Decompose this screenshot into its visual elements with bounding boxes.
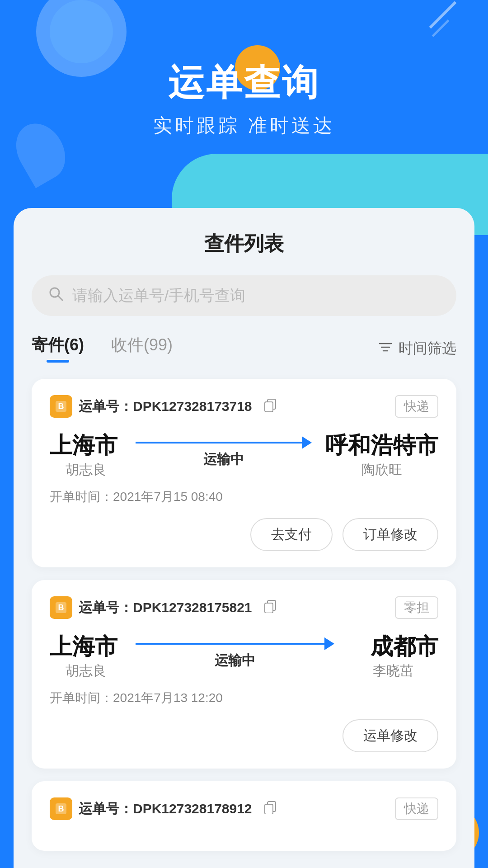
order-card-1: B 运单号：DPK127328173718 快递 上海市 胡志良 <box>32 379 456 567</box>
route-middle-1: 运输中 <box>122 441 325 469</box>
order-number-label-1: 运单号：DPK127328173718 <box>79 397 252 416</box>
order-icon-2: B <box>50 596 72 619</box>
copy-icon-3[interactable] <box>263 800 277 818</box>
order-header-3: B 运单号：DPK127328178912 快递 <box>50 797 438 820</box>
pay-button-1[interactable]: 去支付 <box>250 518 333 551</box>
svg-text:B: B <box>58 402 64 411</box>
route-from-2: 上海市 胡志良 <box>50 632 122 680</box>
arrow-head-2 <box>324 637 334 650</box>
hero-subtitle: 实时跟踪 准时送达 <box>0 113 488 138</box>
hero-title: 运单查询 <box>0 59 488 108</box>
route-arrow-1 <box>136 441 312 444</box>
tab-filter[interactable]: 时间筛选 <box>378 339 456 359</box>
route-to-2: 成都市 李晓茁 <box>348 632 438 680</box>
edit-order-button-1[interactable]: 订单修改 <box>343 518 438 551</box>
order-icon-3: B <box>50 797 72 820</box>
to-city-2: 成都市 <box>348 632 438 662</box>
to-person-1: 陶欣旺 <box>325 461 438 479</box>
route-to-1: 呼和浩特市 陶欣旺 <box>325 430 438 479</box>
copy-icon-2[interactable] <box>263 599 277 617</box>
arrow-line-2 <box>136 643 325 645</box>
svg-rect-8 <box>265 402 273 412</box>
tab-sent[interactable]: 寄件(6) <box>32 334 84 363</box>
svg-rect-16 <box>265 804 273 814</box>
from-city-2: 上海市 <box>50 632 122 662</box>
order-actions-1: 去支付 订单修改 <box>50 518 438 551</box>
order-type-badge-1: 快递 <box>395 395 438 418</box>
main-card: 查件列表 请输入运单号/手机号查询 寄件(6) 收件(99) 时间筛选 <box>14 208 474 868</box>
svg-rect-12 <box>265 603 273 613</box>
tabs-bar: 寄件(6) 收件(99) 时间筛选 <box>32 334 456 363</box>
order-time-1: 开单时间：2021年7月15 08:40 <box>50 488 438 505</box>
arrow-head-1 <box>302 436 312 449</box>
order-header-1: B 运单号：DPK127328173718 快递 <box>50 395 438 418</box>
to-person-2: 李晓茁 <box>348 662 438 680</box>
order-actions-2: 运单修改 <box>50 719 438 752</box>
order-route-1: 上海市 胡志良 运输中 呼和浩特市 陶欣旺 <box>50 430 438 479</box>
filter-label: 时间筛选 <box>399 339 456 359</box>
svg-line-1 <box>58 296 62 300</box>
arrow-line-1 <box>136 442 303 443</box>
route-arrow-2 <box>136 642 334 645</box>
order-header-left-1: B 运单号：DPK127328173718 <box>50 395 277 418</box>
order-number-label-2: 运单号：DPK127328175821 <box>79 599 252 617</box>
route-from-1: 上海市 胡志良 <box>50 430 122 479</box>
from-person-1: 胡志良 <box>50 461 122 479</box>
order-number-label-3: 运单号：DPK127328178912 <box>79 800 252 818</box>
order-type-badge-2: 零担 <box>395 596 438 619</box>
search-icon <box>48 286 64 306</box>
search-placeholder: 请输入运单号/手机号查询 <box>72 285 245 306</box>
tab-received[interactable]: 收件(99) <box>111 334 173 363</box>
to-city-1: 呼和浩特市 <box>325 430 438 461</box>
route-middle-2: 运输中 <box>122 642 348 670</box>
svg-text:B: B <box>58 603 64 612</box>
order-time-2: 开单时间：2021年7月13 12:20 <box>50 689 438 707</box>
edit-order-button-2[interactable]: 运单修改 <box>343 719 438 752</box>
order-header-left-2: B 运单号：DPK127328175821 <box>50 596 277 619</box>
filter-icon <box>378 339 393 358</box>
order-card-2: B 运单号：DPK127328175821 零担 上海市 胡志良 <box>32 580 456 769</box>
from-city-1: 上海市 <box>50 430 122 461</box>
card-title: 查件列表 <box>32 231 456 257</box>
hero-section: 运单查询 实时跟踪 准时送达 <box>0 0 488 235</box>
route-status-1: 运输中 <box>203 450 244 469</box>
order-header-left-3: B 运单号：DPK127328178912 <box>50 797 277 820</box>
order-header-2: B 运单号：DPK127328175821 零担 <box>50 596 438 619</box>
order-type-badge-3: 快递 <box>395 797 438 820</box>
copy-icon-1[interactable] <box>263 397 277 415</box>
svg-text:B: B <box>58 804 64 813</box>
order-card-3: B 运单号：DPK127328178912 快递 <box>32 781 456 851</box>
order-route-2: 上海市 胡志良 运输中 成都市 李晓茁 <box>50 632 438 680</box>
route-status-2: 运输中 <box>215 651 255 670</box>
search-bar[interactable]: 请输入运单号/手机号查询 <box>32 275 456 316</box>
order-icon-1: B <box>50 395 72 418</box>
from-person-2: 胡志良 <box>50 662 122 680</box>
